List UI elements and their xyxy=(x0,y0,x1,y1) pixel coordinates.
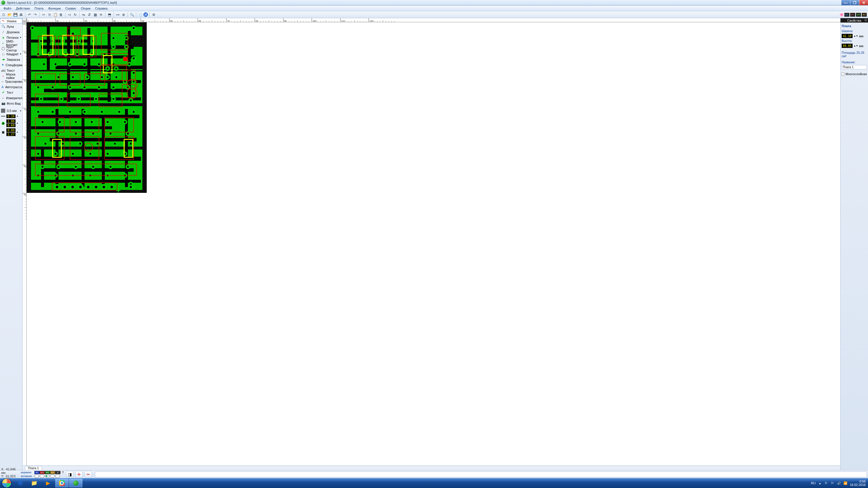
tray-flag-icon[interactable]: 🏳 xyxy=(824,481,828,485)
tool-круг/сектор[interactable]: ◯Круг/Сектор xyxy=(0,46,22,51)
tool-закраска[interactable]: ▰Закраска xyxy=(0,57,22,62)
taskbar-ie-icon[interactable]: ⓔ xyxy=(13,479,27,487)
layer-active-К[interactable] xyxy=(55,475,60,478)
tool-указка[interactable]: ↖Указка xyxy=(0,18,22,24)
taskbar-media-icon[interactable]: ▶ xyxy=(41,479,55,487)
tray-network-icon[interactable]: 📶 xyxy=(843,481,847,485)
duplicate-icon[interactable]: ×2 xyxy=(67,12,72,18)
properties-close-icon[interactable]: × xyxy=(864,19,867,22)
name-input[interactable]: Плата 1 xyxy=(842,65,867,69)
menu-действия[interactable]: Действия xyxy=(13,6,32,11)
open-icon[interactable]: 📂 xyxy=(7,12,12,18)
pcb-board[interactable] xyxy=(27,22,147,193)
menu-файл[interactable]: Файл xyxy=(1,6,13,11)
menu-опции[interactable]: Опции xyxy=(79,6,93,11)
tool-фото вид[interactable]: 📷Фото Вид xyxy=(0,101,22,106)
layer-active-Ф1[interactable] xyxy=(34,475,39,478)
layer-visible-Ш2[interactable]: Ш2 xyxy=(50,471,55,474)
menu-сервис[interactable]: Сервис xyxy=(63,6,79,11)
tray-show-hidden-icon[interactable]: ▴ xyxy=(818,481,822,485)
layer-b1-button[interactable]: B1 xyxy=(850,13,855,17)
svg-point-32 xyxy=(72,33,74,35)
save-icon[interactable]: 💾 xyxy=(13,12,18,18)
board-tab[interactable]: Плата 1 xyxy=(25,466,42,470)
track-width[interactable]: 0.10▾ xyxy=(0,113,22,119)
tray-action-icon[interactable]: 🏳 xyxy=(831,481,835,485)
tool-квадрат[interactable]: □Квадрат▾ xyxy=(0,51,22,57)
language-indicator[interactable]: RU xyxy=(811,481,816,485)
layer-active-Ф2[interactable] xyxy=(45,475,50,478)
layer-b2-button[interactable]: B2 xyxy=(862,13,867,17)
svg-point-146 xyxy=(133,111,134,113)
minimize-button[interactable]: — xyxy=(841,0,850,5)
tray-volume-icon[interactable]: 🔊 xyxy=(837,481,841,485)
mirror-v-icon[interactable]: ⇵ xyxy=(87,12,92,18)
height-value[interactable]: 60.05 xyxy=(842,44,852,48)
layer-m2-button[interactable]: M2 xyxy=(856,13,861,17)
rotate-icon[interactable]: ↻ xyxy=(73,12,78,18)
height-label: Высота: xyxy=(842,39,867,42)
menu-функции[interactable]: Функции xyxy=(46,6,63,11)
maximize-button[interactable]: ❐ xyxy=(850,0,859,5)
taskbar-explorer-icon[interactable]: 📁 xyxy=(28,479,41,487)
svg-point-72 xyxy=(69,63,71,65)
tool-тест[interactable]: ✔Тест xyxy=(0,90,22,95)
tool-спецформы[interactable]: ✦Спецформы xyxy=(0,62,22,68)
svg-point-58 xyxy=(76,53,78,55)
delete-icon[interactable]: 🗑 xyxy=(58,12,64,18)
pcb-canvas[interactable] xyxy=(27,22,840,465)
select-mode-icon[interactable]: ⬚ xyxy=(138,12,143,18)
new-icon[interactable]: 🗋 xyxy=(1,12,6,18)
menu-справка[interactable]: Справка xyxy=(93,6,110,11)
redo-icon[interactable]: ↷ xyxy=(33,12,38,18)
start-button[interactable] xyxy=(0,478,13,488)
record-macro-icon[interactable] xyxy=(840,13,844,17)
print-icon[interactable]: 🖶 xyxy=(19,12,24,18)
tool-дорожка[interactable]: ∕Дорожка xyxy=(0,29,22,35)
ruler-unit-label: мм xyxy=(23,18,27,22)
svg-point-124 xyxy=(40,98,42,100)
smd-size[interactable]: 0.601.27▾ xyxy=(0,128,22,137)
align-icon[interactable]: ▦ xyxy=(93,12,98,18)
taskbar-chrome-icon[interactable] xyxy=(55,479,69,487)
close-button[interactable]: ✕ xyxy=(859,0,868,5)
tool-маска пайки[interactable]: ○Маска пайки xyxy=(0,73,22,78)
zoom-icon[interactable]: 🔍 xyxy=(129,12,134,18)
island-remove-icon[interactable]: ⊗ xyxy=(121,12,126,18)
settings-icon[interactable]: ⚙ xyxy=(151,12,156,18)
taskbar-sprint-icon[interactable] xyxy=(69,479,83,487)
grid-setting[interactable]: 0,5 мм▾ xyxy=(0,108,22,113)
status-text-input[interactable] xyxy=(95,471,867,477)
layer-active-Ш1[interactable] xyxy=(40,475,44,478)
width-value[interactable]: 42.10 xyxy=(842,34,852,38)
connections-icon[interactable]: ⊶ xyxy=(115,12,120,18)
pad-size[interactable]: 1.800.60▾ xyxy=(0,119,22,128)
ruler-vertical: 100908070605040 xyxy=(23,22,27,465)
layer-visible-К[interactable]: К xyxy=(55,471,60,474)
undo-icon[interactable]: ↶ xyxy=(27,12,32,18)
layer-active-Ш2[interactable] xyxy=(50,475,55,478)
drc-button[interactable]: ✂ xyxy=(85,471,92,478)
transparency-button[interactable]: ◨ xyxy=(66,471,73,478)
tool-автотрасса[interactable]: AАвтотрасса xyxy=(0,84,22,90)
crosshair-button[interactable]: ✛ xyxy=(75,471,83,478)
tool-label: Лупа xyxy=(7,25,14,28)
snap-icon[interactable]: ✢ xyxy=(98,12,103,18)
cut-icon[interactable]: ✂ xyxy=(41,12,46,18)
layer-visible-Ф2[interactable]: Ф2 xyxy=(45,471,50,474)
layer-visible-Ф1[interactable]: Ф1 xyxy=(34,471,40,474)
mirror-h-icon[interactable]: ⇋ xyxy=(81,12,86,18)
multilayer-checkbox[interactable] xyxy=(842,72,844,76)
info-icon[interactable]: И xyxy=(144,12,148,17)
tool-трассировка[interactable]: ⎓Трассировка xyxy=(0,78,22,84)
group-icon[interactable]: ⬒ xyxy=(107,12,112,18)
layer-m1-button[interactable]: M1 xyxy=(844,13,849,17)
tool-лупа[interactable]: 🔍Лупа xyxy=(0,24,22,29)
tool-измеритель[interactable]: ↔Измеритель xyxy=(0,95,22,101)
tray-clock[interactable]: 0:56 18.02.2016 xyxy=(850,480,866,487)
copy-icon[interactable]: ⎘ xyxy=(47,12,52,18)
paste-icon[interactable]: 📋 xyxy=(53,12,58,18)
layer-visible-Ш1[interactable]: Ш1 xyxy=(40,471,45,474)
menu-плата[interactable]: Плата xyxy=(32,6,46,11)
svg-point-158 xyxy=(124,121,126,123)
